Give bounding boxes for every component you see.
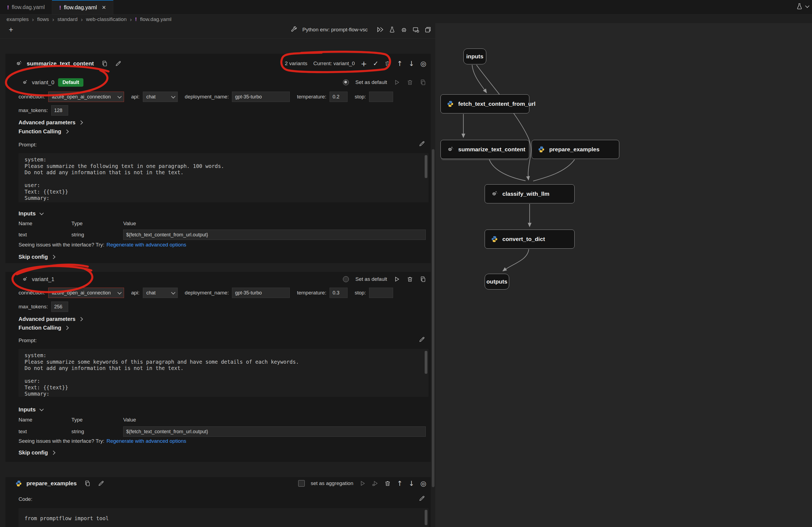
function-calling-toggle[interactable]: Function Calling — [18, 325, 61, 331]
copy-icon[interactable] — [101, 60, 108, 67]
move-down-icon[interactable]: ↓ — [409, 480, 414, 487]
advanced-parameters-toggle[interactable]: Advanced parameters — [18, 316, 75, 322]
move-up-icon[interactable]: ↑ — [397, 60, 403, 68]
edit-code-icon[interactable] — [419, 495, 425, 502]
set-default-radio[interactable] — [343, 276, 349, 282]
regenerate-link[interactable]: Regenerate with advanced options — [106, 242, 186, 248]
max-tokens-input[interactable] — [51, 105, 68, 116]
add-node-button[interactable]: + — [9, 25, 13, 34]
close-icon[interactable]: ✕ — [102, 4, 106, 11]
stop-input[interactable] — [369, 288, 393, 298]
graph-node-prepare-examples[interactable]: prepare_examples — [532, 140, 619, 159]
skip-config-toggle[interactable]: Skip config — [18, 450, 48, 456]
chevron-down-icon[interactable] — [805, 3, 810, 8]
set-default-radio[interactable] — [343, 79, 349, 85]
move-up-icon[interactable]: ↑ — [397, 480, 403, 487]
breadcrumb-item-file[interactable]: flow.dag.yaml — [140, 16, 172, 22]
node-title: prepare_examples — [26, 480, 76, 487]
llm-cube-icon — [22, 276, 28, 283]
prompt-editor[interactable]: system: Please summarize some keywords o… — [18, 349, 429, 397]
clone-variant-icon[interactable] — [420, 79, 426, 86]
inputs-section-toggle[interactable]: Inputs — [18, 210, 36, 217]
prompt-editor[interactable]: system: Please summarize the following t… — [18, 153, 429, 202]
bug-icon[interactable] — [401, 26, 407, 33]
temperature-input[interactable] — [330, 91, 348, 102]
code-scrollbar[interactable] — [425, 510, 427, 525]
target-icon[interactable]: ◎ — [420, 480, 426, 487]
advanced-parameters-toggle[interactable]: Advanced parameters — [18, 119, 75, 126]
api-dropdown[interactable]: chat — [143, 288, 178, 298]
breadcrumb-item[interactable]: web-classification — [86, 16, 127, 22]
debug-run-icon[interactable] — [372, 480, 378, 487]
edit-prompt-icon[interactable] — [419, 336, 425, 343]
deployment-name-label: deployment_name: — [185, 94, 229, 100]
graph-node-convert-to-dict[interactable]: convert_to_dict — [484, 230, 575, 248]
edit-pencil-icon[interactable] — [98, 480, 104, 487]
add-variant-icon[interactable]: + — [361, 59, 367, 68]
llm-cube-icon — [447, 146, 454, 153]
temperature-label: temperature: — [297, 94, 326, 100]
delete-node-icon[interactable] — [384, 480, 391, 487]
copy-icon[interactable] — [84, 480, 91, 487]
beaker-icon[interactable] — [389, 26, 395, 33]
inputs-section-toggle[interactable]: Inputs — [18, 406, 36, 413]
variants-count-label: 2 variants — [285, 60, 307, 67]
skip-config-toggle[interactable]: Skip config — [18, 254, 48, 260]
tab-flow-dag-yaml-active[interactable]: ! flow.dag.yaml ✕ — [52, 0, 113, 14]
connection-label: connection: — [18, 290, 45, 296]
input-value-field[interactable] — [123, 230, 426, 240]
input-name: text — [18, 232, 71, 238]
function-calling-toggle[interactable]: Function Calling — [18, 128, 61, 135]
graph-node-outputs[interactable]: outputs — [484, 274, 509, 289]
code-editor[interactable]: from promptflow import tool — [18, 508, 429, 527]
default-badge: Default — [58, 78, 83, 87]
prompt-flow-file-icon: ! — [135, 16, 136, 22]
edit-prompt-icon[interactable] — [419, 140, 425, 147]
open-in-editor-icon[interactable] — [412, 26, 420, 33]
delete-variant-icon[interactable] — [407, 276, 413, 283]
api-dropdown[interactable]: chat — [143, 91, 178, 102]
breadcrumb-separator: › — [130, 16, 132, 23]
graph-node-label: prepare_examples — [549, 146, 599, 153]
beaker-icon[interactable] — [796, 3, 803, 10]
stop-input[interactable] — [369, 91, 393, 102]
current-variant-label: Current: variant_0 — [313, 60, 354, 67]
move-down-icon[interactable]: ↓ — [409, 60, 414, 68]
split-editor-icon[interactable] — [424, 26, 432, 33]
graph-node-inputs[interactable]: inputs — [463, 48, 486, 65]
breadcrumb-item[interactable]: flows — [37, 16, 49, 22]
python-env-label[interactable]: Python env: prompt-flow-vsc — [302, 27, 368, 33]
graph-node-classify-with-llm[interactable]: classify_with_llm — [484, 184, 575, 203]
max-tokens-input[interactable] — [51, 301, 68, 312]
prompt-scrollbar[interactable] — [425, 351, 427, 374]
delete-variant-icon[interactable] — [407, 79, 413, 86]
graph-node-summarize-text-content[interactable]: summarize_text_content — [440, 140, 530, 159]
temperature-input[interactable] — [330, 288, 348, 298]
vertical-scrollbar[interactable] — [432, 149, 434, 487]
deployment-name-input[interactable] — [232, 91, 290, 102]
connection-dropdown[interactable]: azure_open_ai_connection — [48, 288, 124, 298]
input-value-field[interactable] — [123, 426, 426, 437]
edit-pencil-icon[interactable] — [115, 60, 121, 67]
tab-flow-dag-yaml-inactive[interactable]: ! flow.dag.yaml — [0, 0, 52, 14]
clone-variant-icon[interactable] — [420, 276, 426, 283]
run-variant-icon[interactable] — [394, 79, 400, 86]
connection-dropdown[interactable]: azure_open_ai_connection — [48, 91, 124, 102]
prompt-scrollbar[interactable] — [425, 155, 427, 178]
breadcrumb-item[interactable]: standard — [58, 16, 78, 22]
run-variant-icon[interactable] — [394, 276, 400, 283]
tab-bar: ! flow.dag.yaml ! flow.dag.yaml ✕ — [0, 0, 812, 15]
graph-node-label: classify_with_llm — [502, 190, 550, 197]
set-default-label: Set as default — [356, 276, 387, 282]
aggregation-checkbox[interactable] — [298, 480, 305, 487]
target-icon[interactable]: ◎ — [420, 60, 426, 68]
run-all-icon[interactable] — [376, 26, 384, 33]
check-icon[interactable]: ✓ — [373, 60, 378, 67]
run-node-icon[interactable] — [359, 480, 366, 487]
regenerate-link[interactable]: Regenerate with advanced options — [106, 438, 186, 444]
deployment-name-input[interactable] — [232, 288, 290, 298]
input-name: text — [18, 429, 71, 435]
graph-node-fetch-text-content-from-url[interactable]: fetch_text_content_from_url — [440, 94, 530, 113]
breadcrumb-item[interactable]: examples — [6, 16, 29, 22]
delete-node-icon[interactable] — [384, 60, 391, 67]
